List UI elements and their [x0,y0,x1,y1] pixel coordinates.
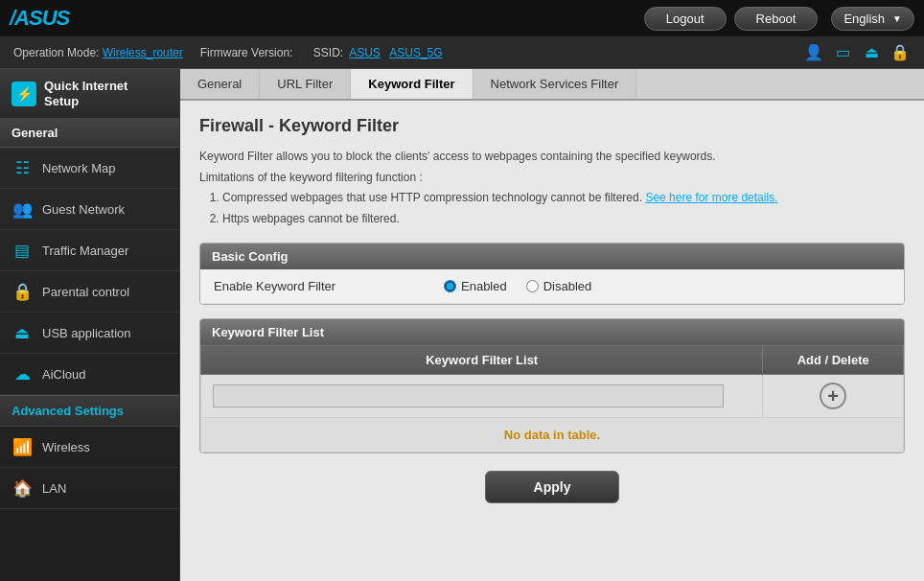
sidebar-item-label: LAN [42,481,66,496]
network-map-icon: ☷ [12,157,33,178]
limitations-list: Compressed webpages that use HTTP compre… [222,188,905,229]
quick-internet-setup[interactable]: ⚡ Quick InternetSetup [0,69,179,119]
top-bar: /ASUS Logout Reboot English ▼ [0,0,924,36]
copy-icon: ▭ [832,42,853,63]
limitation-link-1[interactable]: See here for more details. [645,191,777,204]
user-icon: 👤 [803,42,824,63]
sidebar-item-lan[interactable]: 🏠 LAN [0,468,179,509]
content-area: General URL Filter Keyword Filter Networ… [180,69,924,581]
quick-setup-label: Quick InternetSetup [44,79,127,108]
sidebar-item-label: USB application [42,326,131,340]
enable-kf-row: Enable Keyword Filter Enabled Disabled [200,269,904,304]
sidebar-item-label: Guest Network [42,202,125,217]
fw-label: Firmware Version: [200,46,293,59]
tabs: General URL Filter Keyword Filter Networ… [180,69,924,101]
main-layout: ⚡ Quick InternetSetup General ☷ Network … [0,69,924,581]
limitation-text-1: Compressed webpages that use HTTP compre… [222,191,642,204]
kf-list-header: Keyword Filter List [200,319,904,345]
sidebar-item-label: Traffic Manager [42,244,128,258]
quick-setup-icon: ⚡ [12,81,36,106]
logout-button[interactable]: Logout [644,7,727,31]
no-data-cell: No data in table. [201,418,904,453]
parental-control-icon: 🔒 [12,281,33,302]
status-icons: 👤 ▭ ⏏ 🔒 [803,42,911,63]
radio-enabled[interactable]: Enabled [444,279,507,293]
language-selector[interactable]: English ▼ [831,7,914,31]
tab-general[interactable]: General [180,69,260,99]
page-title: Firewall - Keyword Filter [199,116,905,136]
usb-application-icon: ⏏ [12,322,33,343]
ssid1-link[interactable]: ASUS [349,46,381,59]
aicloud-icon: ☁ [12,363,33,384]
limitation-item-2: Https webpages cannot be filtered. [222,209,905,230]
sidebar-item-traffic-manager[interactable]: ▤ Traffic Manager [0,230,179,271]
enable-kf-radio-group: Enabled Disabled [444,279,591,293]
lock-icon: 🔒 [889,42,911,63]
radio-enabled-input[interactable] [444,280,456,292]
kf-col-action: Add / Delete [763,346,904,375]
advanced-settings-label: Advanced Settings [0,395,179,427]
sidebar-item-label: Parental control [42,285,129,299]
tab-network-services-filter[interactable]: Network Services Filter [474,69,637,99]
description-text: Keyword Filter allows you to block the c… [199,148,905,165]
traffic-manager-icon: ▤ [12,240,33,261]
tab-keyword-filter[interactable]: Keyword Filter [351,69,473,99]
kf-col-list: Keyword Filter List [201,346,763,375]
asus-logo: /ASUS [10,6,69,31]
basic-config-body: Enable Keyword Filter Enabled Disabled [200,269,904,304]
language-label: English [843,12,885,26]
ssid2-link[interactable]: ASUS_5G [389,46,442,59]
sidebar-item-label: Wireless [42,440,90,454]
radio-disabled-input[interactable] [526,280,539,292]
usb-icon: ⏏ [861,42,882,63]
keyword-filter-input[interactable] [213,384,724,407]
basic-config-header: Basic Config [200,244,904,269]
sidebar-item-wireless[interactable]: 📶 Wireless [0,427,179,468]
sidebar-item-guest-network[interactable]: 👥 Guest Network [0,189,179,230]
add-button[interactable]: + [774,383,891,409]
limitation-item-1: Compressed webpages that use HTTP compre… [222,188,905,209]
reboot-button[interactable]: Reboot [734,7,819,31]
sidebar-item-aicloud[interactable]: ☁ AiCloud [0,354,179,395]
general-section-label: General [0,119,179,148]
ssid-info: SSID: ASUS ASUS_5G [310,46,442,59]
enabled-label: Enabled [461,279,507,293]
basic-config-section: Basic Config Enable Keyword Filter Enabl… [199,243,905,305]
sidebar-item-parental-control[interactable]: 🔒 Parental control [0,271,179,313]
apply-row: Apply [199,471,905,511]
op-mode-label: Operation Mode: [13,46,99,59]
sidebar-item-label: AiCloud [42,367,86,382]
no-data-row: No data in table. [201,418,904,453]
limitations-title: Limitations of the keyword filtering fun… [199,171,905,184]
tab-url-filter[interactable]: URL Filter [260,69,351,99]
sidebar: ⚡ Quick InternetSetup General ☷ Network … [0,69,180,581]
kf-input-cell [201,375,763,418]
wireless-icon: 📶 [12,436,33,457]
kf-table-header-row: Keyword Filter List Add / Delete [201,346,904,375]
disabled-label: Disabled [543,279,592,293]
kf-input-row: + [201,375,904,418]
op-mode-value: Wireless_router [99,46,182,59]
add-circle-icon: + [820,383,846,409]
kf-add-cell: + [763,375,904,418]
kf-table: Keyword Filter List Add / Delete + [200,345,904,453]
content-body: Firewall - Keyword Filter Keyword Filter… [180,101,924,581]
enable-kf-label: Enable Keyword Filter [214,279,444,293]
guest-network-icon: 👥 [12,198,33,220]
chevron-down-icon: ▼ [892,13,902,24]
apply-button[interactable]: Apply [485,471,620,503]
lan-icon: 🏠 [12,477,33,499]
radio-disabled[interactable]: Disabled [526,279,592,293]
sidebar-item-usb-application[interactable]: ⏏ USB application [0,313,179,354]
sidebar-item-network-map[interactable]: ☷ Network Map [0,148,179,189]
status-bar: Operation Mode: Wireless_router Firmware… [0,36,924,69]
sidebar-item-label: Network Map [42,161,116,175]
kf-list-section: Keyword Filter List Keyword Filter List … [199,318,905,453]
